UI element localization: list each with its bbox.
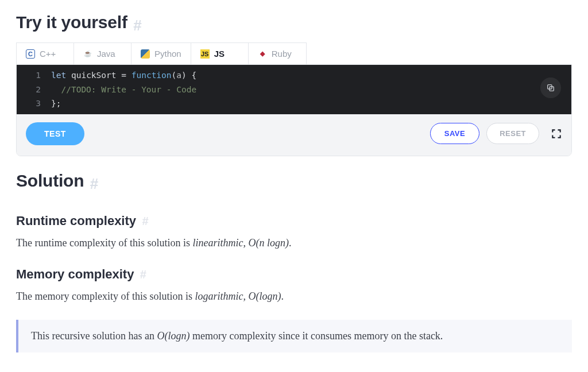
line-number: 1 [17,68,51,83]
cpp-icon: C [26,49,35,59]
code-token: //TODO: Write - Your - Code [61,85,196,94]
memory-text: The memory complexity of this solution i… [16,289,572,305]
anchor-icon[interactable]: # [133,17,141,34]
tab-js[interactable]: JS JS [191,43,249,64]
editor-toolbar: TEST SAVE RESET [17,114,571,156]
code-token: ( [172,71,177,80]
code-token: a [176,71,181,80]
runtime-heading: Runtime complexity [16,214,136,228]
code-token: let [51,71,66,80]
tab-label: Ruby [272,49,292,59]
runtime-text: The runtime complexity of this solution … [16,235,572,251]
code-token: { [187,71,196,80]
code-editor[interactable]: 1 let quickSort = function(a) { 2 //TODO… [17,65,571,114]
python-icon [141,49,150,59]
tab-ruby[interactable]: ◆ Ruby [249,43,306,64]
java-icon: ☕ [83,49,92,59]
memory-heading: Memory complexity [16,267,134,282]
tab-java[interactable]: ☕ Java [74,43,131,64]
solution-heading: Solution [16,171,84,191]
language-tabs: C C++ ☕ Java Python JS JS ◆ Ruby [16,42,307,64]
anchor-icon[interactable]: # [90,175,98,192]
tab-label: JS [214,49,225,59]
anchor-icon[interactable]: # [142,215,149,227]
js-icon: JS [200,49,210,59]
code-token: = [117,71,131,80]
note-callout: This recursive solution has an O(logn) m… [16,320,572,352]
tab-cpp[interactable]: C C++ [17,43,74,64]
code-token: function [131,71,172,80]
line-number: 2 [17,83,51,97]
code-editor-panel: 1 let quickSort = function(a) { 2 //TODO… [16,64,572,156]
try-heading: Try it yourself [16,13,127,32]
ruby-icon: ◆ [258,49,267,59]
fullscreen-icon[interactable] [551,128,562,140]
anchor-icon[interactable]: # [140,268,146,281]
code-token: }; [51,96,61,111]
test-button[interactable]: TEST [26,122,84,145]
code-token: ) [181,71,187,80]
save-button[interactable]: SAVE [430,123,479,144]
copy-icon[interactable] [540,78,561,98]
reset-button[interactable]: RESET [486,123,539,144]
tab-python[interactable]: Python [131,43,191,64]
tab-label: Python [154,49,181,59]
tab-label: C++ [40,49,56,59]
code-token: quickSort [71,71,117,80]
line-number: 3 [17,96,51,111]
tab-label: Java [97,49,115,59]
